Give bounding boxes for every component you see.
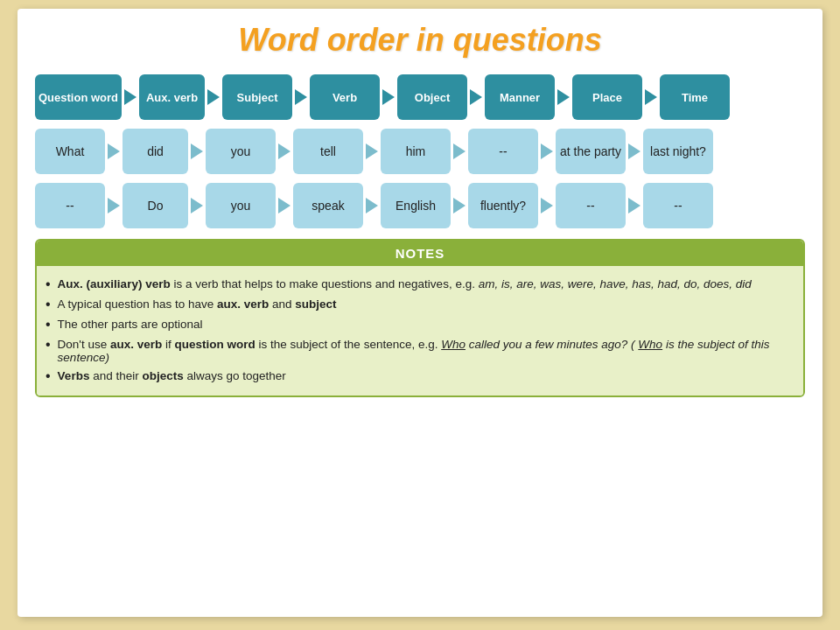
data-row2-qword: -- xyxy=(35,183,105,228)
arrow-d2-2 xyxy=(188,197,206,214)
header-box-place: Place xyxy=(572,74,642,120)
header-box-subject: Subject xyxy=(222,74,292,120)
arrow-4 xyxy=(380,88,397,106)
main-container: Word order in questions Question word Au… xyxy=(18,9,822,617)
arrow-d1-2 xyxy=(188,143,206,160)
arrow-d2-4 xyxy=(363,197,381,214)
arrow-6 xyxy=(555,88,572,106)
header-time: Time xyxy=(660,74,730,120)
data-row1-verb: tell xyxy=(293,129,363,174)
arrow-d2-7 xyxy=(626,197,643,214)
page-title: Word order in questions xyxy=(35,22,805,59)
arrow-3 xyxy=(292,88,310,106)
data-row2-time: -- xyxy=(643,183,713,228)
data-row-2: -- Do you speak English xyxy=(35,183,805,228)
header-qword: Question word xyxy=(35,74,122,120)
header-box-object: Object xyxy=(397,74,467,120)
arrow-d1-7 xyxy=(626,143,643,160)
header-subject: Subject xyxy=(222,74,292,120)
notes-section: NOTES Aux. (auxiliary) verb is a verb th… xyxy=(35,239,805,397)
header-manner: Manner xyxy=(485,74,555,120)
note4-text: Don't use aux. verb if question word is … xyxy=(58,338,789,364)
header-verb: Verb xyxy=(310,74,380,120)
data-row1-object: him xyxy=(381,129,451,174)
arrow-d2-3 xyxy=(276,197,293,214)
header-auxverb: Aux. verb xyxy=(139,74,205,120)
arrow-d1-5 xyxy=(451,143,468,160)
arrow-d2-6 xyxy=(538,197,556,214)
data-row1-subject: you xyxy=(206,129,276,174)
notes-list: Aux. (auxiliary) verb is a verb that hel… xyxy=(46,275,789,387)
header-row: Question word Aux. verb Subject Verb Obj… xyxy=(35,74,805,120)
notes-body: Aux. (auxiliary) verb is a verb that hel… xyxy=(37,266,803,396)
header-object: Object xyxy=(397,74,467,120)
notes-item-2: A typical question has to have aux. verb… xyxy=(46,295,789,315)
arrow-d2-1 xyxy=(105,197,122,214)
data-row1-time: last night? xyxy=(643,129,713,174)
header-box-qword: Question word xyxy=(35,74,122,120)
data-row2-subject: you xyxy=(206,183,276,228)
header-box-auxverb: Aux. verb xyxy=(139,74,205,120)
arrow-7 xyxy=(642,88,660,106)
arrow-2 xyxy=(205,88,222,106)
note1-text: Aux. (auxiliary) verb is a verb that hel… xyxy=(58,277,752,290)
arrow-d1-1 xyxy=(105,143,122,160)
data-row1-qword: What xyxy=(35,129,105,174)
arrow-d1-3 xyxy=(276,143,293,160)
data-row1-manner: -- xyxy=(468,129,538,174)
data-row2-object: English xyxy=(381,183,451,228)
data-row2-verb: speak xyxy=(293,183,363,228)
header-box-manner: Manner xyxy=(485,74,555,120)
data-row2-manner: fluently? xyxy=(468,183,538,228)
notes-header: NOTES xyxy=(37,241,803,266)
data-row1-auxverb: did xyxy=(122,129,188,174)
arrow-d1-6 xyxy=(538,143,556,160)
notes-item-1: Aux. (auxiliary) verb is a verb that hel… xyxy=(46,275,789,295)
header-box-time: Time xyxy=(660,74,730,120)
data-row2-auxverb: Do xyxy=(122,183,188,228)
note5-text: Verbs and their objects always go togeth… xyxy=(58,369,286,382)
arrow-1 xyxy=(122,88,139,106)
arrow-d2-5 xyxy=(451,197,468,214)
note3-text: The other parts are optional xyxy=(58,318,203,331)
arrow-5 xyxy=(467,88,485,106)
notes-item-3: The other parts are optional xyxy=(46,315,789,335)
notes-item-5: Verbs and their objects always go togeth… xyxy=(46,367,789,387)
header-box-verb: Verb xyxy=(310,74,380,120)
header-place: Place xyxy=(572,74,642,120)
data-row-1: What did you tell him xyxy=(35,129,805,174)
arrow-d1-4 xyxy=(363,143,381,160)
notes-item-4: Don't use aux. verb if question word is … xyxy=(46,335,789,367)
data-row1-place: at the party xyxy=(556,129,626,174)
data-row2-place: -- xyxy=(556,183,626,228)
note2-text: A typical question has to have aux. verb… xyxy=(58,298,337,311)
